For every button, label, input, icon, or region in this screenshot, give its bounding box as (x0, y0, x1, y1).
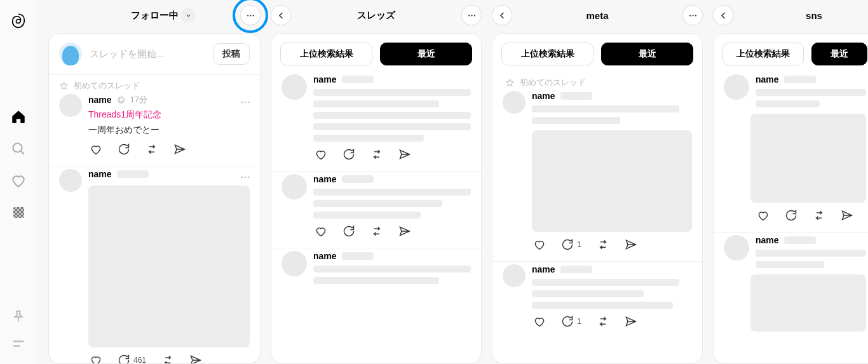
svg-point-13 (473, 15, 475, 16)
tab-recent[interactable]: 最近 (811, 43, 867, 65)
pin-icon[interactable] (11, 309, 25, 325)
column-more-button[interactable] (240, 5, 261, 25)
post[interactable]: name 461 (49, 166, 260, 363)
post-more-icon[interactable] (240, 172, 251, 185)
post[interactable]: name (271, 72, 481, 172)
like-button[interactable] (533, 315, 546, 328)
post-username[interactable]: name (313, 251, 337, 261)
like-button[interactable] (90, 143, 102, 156)
reply-count: 1 (577, 240, 581, 249)
share-button[interactable] (841, 209, 853, 222)
post-actions: 1 (532, 232, 692, 252)
repost-button[interactable] (597, 315, 609, 328)
avatar-self[interactable] (59, 43, 82, 65)
menu-icon[interactable] (11, 337, 25, 353)
like-button[interactable] (90, 354, 102, 363)
share-button[interactable] (189, 354, 202, 363)
post[interactable]: name 1 (492, 88, 702, 262)
compose-input[interactable]: スレッドを開始... (90, 48, 205, 60)
post-username[interactable]: name (88, 95, 112, 105)
repost-button[interactable] (370, 225, 383, 238)
avatar[interactable] (59, 169, 82, 192)
share-button[interactable] (398, 148, 411, 161)
column-more-button[interactable] (682, 5, 703, 25)
post-username[interactable]: name (313, 174, 337, 184)
svg-point-8 (241, 176, 243, 178)
post[interactable]: name 1 (492, 262, 702, 338)
avatar[interactable] (503, 264, 526, 287)
skeleton (313, 100, 439, 107)
avatar[interactable] (281, 174, 307, 199)
back-button[interactable] (713, 5, 733, 25)
reply-button[interactable] (785, 209, 797, 222)
reply-button[interactable]: 461 (118, 354, 146, 363)
like-button[interactable] (757, 209, 770, 222)
avatar[interactable] (59, 94, 82, 117)
avatar[interactable] (503, 91, 526, 114)
tab-top-results[interactable]: 上位検索結果 (501, 43, 593, 65)
reply-button[interactable]: 1 (561, 315, 581, 328)
avatar[interactable] (724, 74, 749, 100)
avatar[interactable] (724, 235, 749, 260)
reply-button[interactable] (118, 143, 130, 156)
post-more-icon[interactable] (240, 97, 251, 110)
search-tabs: 上位検索結果 最近 (492, 34, 702, 72)
like-button[interactable] (315, 148, 327, 161)
post-username[interactable]: name (532, 91, 555, 101)
tab-recent[interactable]: 最近 (380, 43, 472, 65)
repost-button[interactable] (813, 209, 825, 222)
threads-logo[interactable] (10, 13, 27, 32)
back-button[interactable] (271, 5, 291, 25)
repost-button[interactable] (146, 143, 158, 156)
reply-button[interactable] (342, 148, 355, 161)
svg-point-0 (13, 144, 22, 152)
post-actions: 1 (532, 309, 692, 329)
post-username[interactable]: name (88, 169, 112, 179)
like-button[interactable] (315, 225, 327, 238)
column-more-button[interactable] (461, 5, 482, 25)
tab-top-results[interactable]: 上位検索結果 (722, 43, 804, 65)
tab-recent[interactable]: 最近 (601, 43, 693, 65)
profile-icon[interactable] (10, 204, 27, 220)
svg-point-3 (252, 15, 254, 16)
share-button[interactable] (625, 238, 637, 251)
back-button[interactable] (492, 5, 512, 25)
column-title: sns (806, 10, 822, 21)
avatar[interactable] (281, 74, 307, 100)
repost-button[interactable] (597, 238, 609, 251)
post[interactable]: name (271, 172, 481, 248)
skeleton (117, 170, 149, 178)
image-skeleton (750, 274, 866, 332)
repost-button[interactable] (161, 354, 174, 363)
repost-button[interactable] (370, 148, 383, 161)
post[interactable]: name (714, 233, 868, 340)
svg-point-16 (695, 15, 696, 16)
post-username[interactable]: name (532, 264, 555, 274)
post-username[interactable]: name (756, 74, 779, 84)
feed-filter-button[interactable] (181, 8, 195, 22)
share-button[interactable] (398, 225, 411, 238)
share-button[interactable] (625, 315, 637, 328)
search-icon[interactable] (10, 140, 27, 157)
like-button[interactable] (533, 238, 546, 251)
post-hashtag-link[interactable]: Threads1周年記念 (88, 108, 250, 121)
post-button[interactable]: 投稿 (213, 43, 250, 65)
column-following: フォロー中 スレッドを開始... 投稿 初めてのスレッド (48, 0, 261, 364)
column-search-sns: sns 上位検索結果 最近 name (713, 0, 868, 364)
post[interactable]: name (714, 72, 868, 233)
heart-icon[interactable] (10, 172, 27, 189)
post[interactable]: name 17分 Threads1周年記念 一周年おめでとー (49, 91, 260, 166)
reply-button[interactable]: 1 (561, 238, 581, 251)
reply-count: 461 (133, 356, 146, 363)
home-icon[interactable] (10, 109, 27, 125)
avatar[interactable] (281, 251, 307, 276)
share-button[interactable] (173, 143, 186, 156)
post-username[interactable]: name (313, 74, 337, 84)
post-time: 17分 (130, 94, 147, 105)
tab-top-results[interactable]: 上位検索結果 (280, 43, 372, 65)
post-username[interactable]: name (756, 235, 779, 245)
skeleton (560, 266, 592, 273)
reply-button[interactable] (342, 225, 355, 238)
skeleton (313, 200, 442, 207)
post[interactable]: name (271, 248, 481, 293)
